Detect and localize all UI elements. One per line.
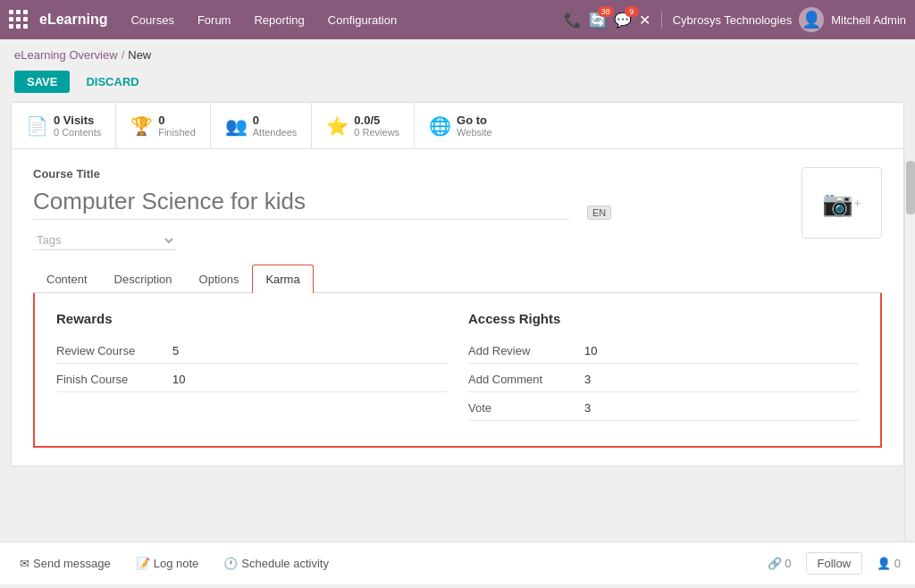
finished-sub: Finished [158, 127, 196, 138]
finish-course-input[interactable] [172, 373, 244, 386]
toolbar: SAVE DISCARD [0, 67, 915, 102]
form-left: Course Title EN Tags [33, 167, 802, 265]
tab-content[interactable]: Content [33, 265, 101, 293]
company-name: Cybrosys Technologies [673, 13, 792, 27]
schedule-activity-button[interactable]: 🕐 Schedule activity [218, 553, 334, 574]
followers-count: 👤 0 [877, 557, 901, 570]
follow-button[interactable]: Follow [806, 552, 863, 575]
activity-icon[interactable]: 🔄 38 [589, 12, 607, 29]
topnav-right: 📞 🔄 38 💬 9 ✕ Cybrosys Technologies 👤 Mit… [564, 7, 906, 32]
menu-courses[interactable]: Courses [120, 8, 184, 32]
main-content-panel: 📄 0 Visits 0 Contents 🏆 0 Finished 👥 0 A… [11, 102, 904, 466]
log-note-icon: 📝 [136, 557, 150, 570]
star-icon: ⭐ [326, 115, 348, 137]
username: Mitchell Admin [831, 13, 906, 27]
stat-visits[interactable]: 📄 0 Visits 0 Contents [12, 103, 116, 148]
tags-select[interactable]: Tags [33, 231, 176, 250]
rewards-title: Rewards [56, 311, 447, 326]
followers-icon: 🔗 0 [768, 557, 792, 570]
schedule-activity-label: Schedule activity [241, 557, 329, 570]
course-title-input[interactable] [33, 184, 569, 220]
stat-reviews[interactable]: ⭐ 0.0/5 0 Reviews [312, 103, 415, 148]
karma-add-review-field: Add Review [468, 339, 859, 364]
chat-icon[interactable]: 💬 9 [614, 12, 632, 29]
access-rights-title: Access Rights [468, 311, 859, 326]
attendees-main: 0 [253, 113, 298, 127]
tab-options[interactable]: Options [186, 265, 253, 293]
karma-grid: Rewards Review Course Finish Course Acce… [56, 311, 859, 424]
stat-finished[interactable]: 🏆 0 Finished [116, 103, 211, 148]
chat-badge: 9 [625, 6, 639, 17]
save-button[interactable]: SAVE [14, 71, 70, 93]
clock-icon: 🕐 [223, 557, 238, 570]
phone-icon[interactable]: 📞 [564, 12, 582, 29]
log-note-label: Log note [154, 557, 199, 570]
karma-add-comment-field: Add Comment [468, 367, 859, 392]
stat-visits-values: 0 Visits 0 Contents [54, 113, 101, 138]
log-note-button[interactable]: 📝 Log note [130, 553, 205, 574]
stat-attendees[interactable]: 👥 0 Attendees [211, 103, 313, 148]
apps-menu-icon[interactable] [9, 10, 29, 29]
review-course-input[interactable] [172, 344, 244, 357]
attendees-icon: 👥 [225, 115, 248, 137]
bottom-right: 🔗 0 Follow 👤 0 [768, 552, 901, 575]
menu-reporting[interactable]: Reporting [243, 8, 315, 32]
vote-input[interactable] [584, 401, 656, 415]
bottom-bar: ✉ Send message 📝 Log note 🕐 Schedule act… [0, 542, 915, 584]
lang-badge[interactable]: EN [587, 206, 611, 220]
attendees-sub: Attendees [253, 127, 298, 138]
nav-divider [661, 11, 662, 29]
tab-description[interactable]: Description [101, 265, 186, 293]
review-course-label: Review Course [56, 344, 172, 357]
reviews-sub: 0 Reviews [354, 127, 399, 138]
tab-karma[interactable]: Karma [252, 265, 313, 293]
karma-tab-content: Rewards Review Course Finish Course Acce… [33, 293, 882, 448]
stat-website[interactable]: 🌐 Go to Website [415, 103, 507, 148]
title-row: EN [33, 184, 802, 220]
app-name: eLearning [39, 12, 107, 28]
finish-course-label: Finish Course [56, 373, 172, 386]
main-wrapper: eLearning Overview / New SAVE DISCARD 📄 … [0, 39, 915, 584]
visits-main: 0 Visits [54, 113, 101, 127]
scrollbar-track[interactable] [904, 160, 915, 542]
main-menu: Courses Forum Reporting Configuration [120, 8, 559, 32]
trophy-icon: 🏆 [130, 115, 153, 137]
visits-sub: 0 Contents [54, 127, 101, 138]
breadcrumb: eLearning Overview / New [0, 39, 915, 67]
stat-reviews-values: 0.0/5 0 Reviews [354, 113, 399, 138]
activity-badge: 38 [598, 6, 614, 17]
globe-icon: 🌐 [429, 115, 451, 137]
menu-configuration[interactable]: Configuration [317, 8, 407, 32]
stats-bar: 📄 0 Visits 0 Contents 🏆 0 Finished 👥 0 A… [12, 103, 903, 149]
send-message-label: Send message [33, 557, 111, 570]
menu-forum[interactable]: Forum [187, 8, 242, 32]
website-main: Go to [457, 113, 492, 127]
stat-finished-values: 0 Finished [158, 113, 196, 138]
website-sub: Website [457, 127, 492, 138]
stat-website-values: Go to Website [457, 113, 492, 138]
scrollbar-thumb[interactable] [906, 161, 915, 214]
discard-button[interactable]: DISCARD [77, 71, 147, 93]
course-title-label: Course Title [33, 167, 802, 181]
send-message-button[interactable]: ✉ Send message [14, 553, 116, 574]
close-icon[interactable]: ✕ [639, 12, 651, 29]
karma-finish-course-field: Finish Course [56, 367, 447, 392]
breadcrumb-parent[interactable]: eLearning Overview [14, 48, 118, 62]
vote-label: Vote [468, 401, 584, 415]
breadcrumb-current: New [128, 48, 151, 62]
add-comment-input[interactable] [584, 373, 656, 386]
add-comment-label: Add Comment [468, 373, 584, 386]
content-tabs: Content Description Options Karma [33, 265, 882, 293]
form-area: Course Title EN Tags 📷+ [12, 149, 903, 466]
reviews-main: 0.0/5 [354, 113, 399, 127]
add-review-input[interactable] [584, 344, 656, 357]
access-rights-section: Access Rights Add Review Add Comment Vot… [468, 311, 859, 424]
karma-vote-field: Vote [468, 396, 859, 421]
top-navigation: eLearning Courses Forum Reporting Config… [0, 0, 915, 39]
tags-row: Tags [33, 231, 802, 250]
add-review-label: Add Review [468, 344, 584, 357]
karma-review-course-field: Review Course [56, 339, 447, 364]
visits-icon: 📄 [26, 115, 48, 137]
avatar[interactable]: 👤 [799, 7, 824, 32]
course-image-upload[interactable]: 📷+ [802, 167, 882, 239]
